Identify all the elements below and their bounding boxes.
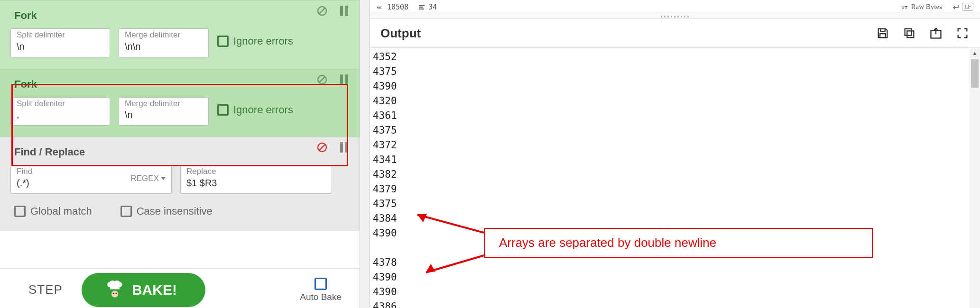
move-to-input-icon[interactable] — [929, 26, 943, 40]
svg-point-8 — [115, 292, 117, 294]
line-count: 34 — [418, 3, 437, 11]
svg-marker-19 — [417, 214, 427, 222]
output-text[interactable]: 4352 4375 4390 4320 4361 4375 4372 4341 … — [373, 50, 397, 308]
svg-point-7 — [113, 292, 114, 294]
annotation-arrow-icon — [417, 252, 489, 280]
operation-fork-2[interactable]: Fork Split delimiter , Merge delimiter \… — [0, 69, 360, 137]
maximize-output-icon[interactable] — [955, 26, 970, 40]
find-mode-dropdown[interactable]: REGEX — [130, 174, 166, 183]
step-button[interactable]: STEP — [28, 282, 63, 297]
svg-rect-15 — [907, 31, 914, 37]
copy-output-icon[interactable] — [902, 26, 916, 40]
pause-icon[interactable] — [338, 73, 350, 86]
svg-rect-14 — [880, 34, 886, 37]
svg-marker-21 — [426, 264, 435, 272]
svg-line-5 — [319, 145, 325, 150]
disable-icon[interactable] — [316, 141, 328, 154]
pause-icon[interactable] — [338, 5, 350, 17]
bake-button[interactable]: BAKE! — [82, 273, 205, 307]
split-delimiter-input[interactable]: Split delimiter , — [10, 97, 110, 126]
pause-icon[interactable] — [338, 141, 350, 154]
text-mode-icon: Tᴛ — [901, 3, 908, 11]
io-status-bar: ABC 10508 34 Tᴛ Raw Bytes LF — [370, 0, 980, 14]
operation-title: Fork — [10, 75, 349, 97]
output-body: 4352 4375 4390 4320 4361 4375 4372 4341 … — [370, 47, 980, 308]
output-panel: ABC 10508 34 Tᴛ Raw Bytes LF Output — [370, 0, 980, 308]
recipe-scrollbar[interactable] — [360, 0, 370, 308]
svg-text:Tᴛ: Tᴛ — [901, 4, 908, 10]
output-scrollbar[interactable]: ▲ — [970, 48, 980, 308]
raw-bytes-toggle[interactable]: Tᴛ Raw Bytes — [901, 3, 942, 11]
disable-icon[interactable] — [316, 5, 328, 17]
merge-delimiter-input[interactable]: Merge delimiter \n\n — [119, 28, 209, 57]
global-match-checkbox[interactable]: Global match — [14, 205, 92, 217]
operation-title: Find / Replace — [10, 143, 349, 165]
char-count-icon: ABC — [377, 3, 384, 11]
disable-icon[interactable] — [316, 73, 328, 86]
split-delimiter-input[interactable]: Split delimiter \n — [10, 28, 110, 57]
svg-text:ABC: ABC — [377, 5, 382, 9]
ignore-errors-checkbox[interactable]: Ignore errors — [217, 104, 293, 116]
svg-line-1 — [319, 8, 325, 14]
line-count-icon — [418, 3, 425, 11]
output-title: Output — [380, 26, 421, 41]
operation-fork-1[interactable]: Fork Split delimiter \n Merge delimiter … — [0, 0, 360, 69]
operation-title: Fork — [10, 7, 349, 28]
merge-delimiter-input[interactable]: Merge delimiter \n — [119, 97, 209, 126]
annotation-arrow-icon — [408, 209, 489, 237]
svg-line-20 — [426, 255, 484, 272]
output-header: Output — [370, 19, 980, 47]
operation-find-replace[interactable]: Find / Replace Find (.*) REGEX — [0, 137, 360, 231]
char-count: ABC 10508 — [377, 3, 408, 11]
save-output-icon[interactable] — [876, 26, 890, 40]
svg-line-3 — [319, 77, 325, 82]
return-icon — [952, 3, 959, 11]
recipe-panel: Fork Split delimiter \n Merge delimiter … — [0, 0, 360, 308]
svg-point-6 — [111, 290, 118, 297]
recipe-bottom-bar: STEP BAKE! Auto Bake — [0, 268, 360, 308]
scroll-up-icon[interactable]: ▲ — [970, 48, 980, 58]
ignore-errors-checkbox[interactable]: Ignore errors — [217, 35, 293, 47]
annotation-box: Arrays are separated by double newline — [484, 228, 873, 258]
find-input[interactable]: Find (.*) REGEX — [10, 165, 172, 194]
replace-input[interactable]: Replace $1 $R3 — [180, 165, 332, 194]
svg-line-18 — [417, 215, 484, 233]
chef-icon — [106, 281, 123, 299]
pane-drag-handle[interactable] — [370, 14, 980, 19]
scroll-thumb[interactable] — [971, 59, 979, 88]
chevron-down-icon — [161, 177, 166, 180]
auto-bake-checkbox[interactable]: Auto Bake — [300, 278, 342, 302]
case-insensitive-checkbox[interactable]: Case insensitive — [120, 205, 213, 217]
svg-rect-16 — [905, 29, 912, 36]
recipe-operations: Fork Split delimiter \n Merge delimiter … — [0, 0, 360, 231]
eol-indicator[interactable]: LF — [952, 3, 973, 11]
